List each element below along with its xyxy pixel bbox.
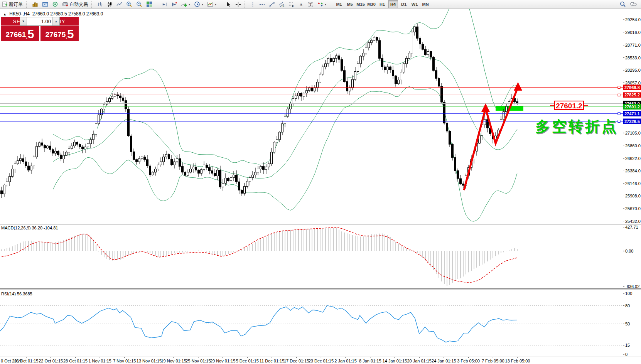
bar-chart-icon [97, 2, 103, 7]
arrows-icon [317, 2, 323, 7]
timeframe-d1[interactable]: D1 [399, 0, 409, 8]
timeframe-m15[interactable]: M15 [356, 0, 366, 8]
horizontal-line-button[interactable] [257, 0, 267, 8]
search-button[interactable] [618, 0, 628, 8]
svg-text:29254.0: 29254.0 [625, 17, 641, 22]
vertical-line-button[interactable] [248, 0, 257, 8]
svg-text:25908.0: 25908.0 [625, 194, 641, 198]
timeframe-w1[interactable]: W1 [410, 0, 420, 8]
toolbar-separator [220, 1, 223, 8]
pane-frame [0, 9, 641, 357]
toolbar-separator [156, 1, 159, 8]
autotrading-icon [62, 1, 68, 7]
svg-text:28771.0: 28771.0 [625, 43, 641, 47]
auto-scroll-button[interactable] [160, 0, 169, 8]
svg-text:11 Dec 01:15: 11 Dec 01:15 [260, 359, 285, 363]
chart-canvas[interactable]: 27969.827825.227663.027601.227471.127326… [0, 0, 641, 364]
main-toolbar: 新订单 自动交易 ▾ ▾ [0, 0, 641, 9]
volume-increase-button[interactable]: ▲ [52, 17, 59, 25]
text-label-button[interactable]: T [305, 0, 315, 8]
new-order-button[interactable]: 新订单 [0, 0, 25, 8]
svg-text:427.71: 427.71 [625, 225, 638, 229]
chart-shift-button[interactable] [169, 0, 179, 8]
timeframe-h1[interactable]: H1 [377, 0, 387, 8]
svg-text:28057.0: 28057.0 [625, 81, 641, 85]
autotrading-button[interactable]: 自动交易 [60, 0, 90, 8]
svg-text:29016.0: 29016.0 [625, 30, 641, 35]
indicators-caret: ▾ [189, 3, 190, 6]
timeframe-mn[interactable]: MN [420, 0, 430, 8]
mt4-window: { "toolbar": { "new_order_label": "新订单",… [0, 0, 641, 364]
templates-button[interactable]: ▾ [205, 0, 218, 8]
line-chart-button[interactable] [115, 0, 124, 8]
candlestick-chart-button[interactable] [105, 0, 115, 8]
tile-windows-icon [146, 1, 152, 7]
svg-text:26146.0: 26146.0 [625, 181, 641, 186]
profiles-button[interactable] [40, 0, 50, 8]
periods-icon [194, 1, 200, 7]
volume-decrease-button[interactable]: ▼ [20, 17, 27, 25]
timeframe-m5[interactable]: M5 [345, 0, 355, 8]
timeframe-toolbar: M1M5M15M30H1H4D1W1MN [334, 0, 431, 8]
cursor-button[interactable] [224, 0, 233, 8]
svg-text:2 Jan 01:15: 2 Jan 01:15 [334, 359, 357, 363]
time-axis: 0 Oct 201916 Oct 01:1522 Oct 01:1528 Oct… [1, 357, 530, 363]
svg-text:0: 0 [625, 352, 628, 357]
bar-chart-button[interactable] [95, 0, 105, 8]
indicators-icon [181, 1, 187, 7]
svg-text:50: 50 [625, 322, 630, 326]
svg-text:MACD(12,26,9) 36.20 -104.81: MACD(12,26,9) 36.20 -104.81 [1, 226, 58, 230]
symbol-marker-icon: ▲ [3, 12, 7, 16]
zoom-in-button[interactable] [124, 0, 134, 8]
svg-text:28295.0: 28295.0 [625, 68, 641, 72]
svg-text:7 Nov 01:15: 7 Nov 01:15 [113, 359, 136, 363]
zigzag-arrows [464, 82, 522, 190]
svg-text:17 Dec 01:15: 17 Dec 01:15 [284, 359, 309, 363]
svg-text:25432.0: 25432.0 [625, 219, 641, 224]
timeframe-h4[interactable]: H4 [388, 0, 398, 8]
new-order-label: 新订单 [9, 1, 23, 8]
trendline-button[interactable] [267, 0, 277, 8]
price-axis: 29254.029016.028771.028533.028295.028057… [623, 17, 641, 357]
chart-header: ▲ HK50-,H4 27660.0 27680.5 27586.0 27663… [3, 11, 103, 17]
zoom-in-icon [126, 1, 132, 7]
indicators-button[interactable]: ▾ [179, 0, 192, 8]
svg-text:25670.0: 25670.0 [625, 206, 641, 211]
chat-button[interactable] [628, 0, 639, 8]
arrows-button[interactable]: ▾ [315, 0, 328, 8]
zoom-out-icon [136, 1, 142, 7]
svg-text:8 Jan 01:15: 8 Jan 01:15 [359, 359, 381, 363]
chart-ohlc: 27660.0 27680.5 27586.0 27663.0 [32, 11, 103, 17]
svg-text:13 Nov 01:15: 13 Nov 01:15 [137, 359, 162, 363]
svg-text:16 Oct 01:15: 16 Oct 01:15 [14, 359, 39, 363]
zoom-out-button[interactable] [134, 0, 144, 8]
svg-text:E: E [283, 5, 285, 7]
svg-text:RSI(14) 56.3685: RSI(14) 56.3685 [1, 292, 32, 296]
svg-text:-636.02: -636.02 [625, 284, 639, 289]
volume-input[interactable]: 1.00 [27, 17, 52, 25]
periods-button[interactable]: ▾ [192, 0, 205, 8]
price-level-annotation: 27601.2 [554, 101, 584, 110]
toolbar-separator [26, 1, 29, 8]
svg-text:27471.1: 27471.1 [624, 111, 640, 116]
tile-windows-button[interactable] [144, 0, 154, 8]
timeframe-m1[interactable]: M1 [334, 0, 344, 8]
one-click-trading-panel: SELL 27661.5 BUY 27675.5 ▼ 1.00 ▲ [1, 17, 79, 41]
horizontal-line-icon [259, 2, 265, 7]
svg-text:14 Jan 01:15: 14 Jan 01:15 [383, 359, 407, 363]
data-window-button[interactable] [50, 0, 60, 8]
channel-button[interactable]: E [277, 0, 287, 8]
periods-caret: ▾ [202, 3, 203, 6]
new-chart-button[interactable] [30, 0, 40, 8]
svg-text:3 Feb 05:00: 3 Feb 05:00 [457, 359, 480, 363]
turning-point-annotation: 多空转折点 [535, 117, 618, 136]
svg-text:26384.0: 26384.0 [625, 169, 641, 173]
crosshair-button[interactable] [233, 0, 243, 8]
fibonacci-button[interactable]: F [287, 0, 297, 8]
auto-scroll-icon [162, 2, 167, 7]
text-button[interactable]: A [297, 0, 305, 8]
timeframe-m30[interactable]: M30 [366, 0, 376, 8]
svg-text:23 Dec 01:15: 23 Dec 01:15 [309, 359, 334, 363]
cursor-icon [226, 2, 231, 7]
macd-pane [2, 228, 517, 286]
